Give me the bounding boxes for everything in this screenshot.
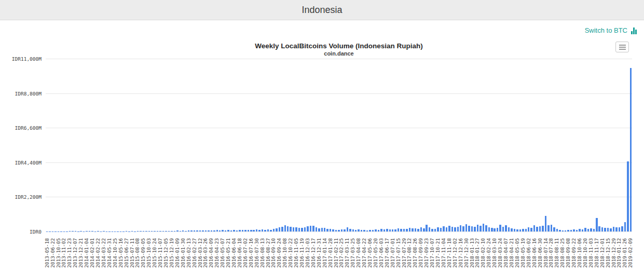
bar[interactable] (426, 225, 427, 231)
bar[interactable] (400, 229, 402, 231)
bar[interactable] (256, 229, 257, 231)
bar[interactable] (468, 226, 470, 232)
bar[interactable] (159, 231, 161, 231)
bar[interactable] (508, 227, 510, 231)
bar[interactable] (276, 228, 277, 231)
bar[interactable] (536, 227, 538, 231)
bar[interactable] (89, 231, 90, 231)
bar[interactable] (355, 230, 357, 231)
bar[interactable] (587, 229, 589, 231)
bar[interactable] (258, 230, 260, 231)
bar[interactable] (349, 229, 351, 231)
bar[interactable] (565, 230, 566, 231)
bar[interactable] (598, 226, 600, 231)
bar[interactable] (80, 231, 81, 231)
bar[interactable] (488, 227, 490, 231)
bar[interactable] (533, 225, 535, 231)
bar[interactable] (199, 230, 201, 231)
bar[interactable] (301, 228, 303, 231)
bar[interactable] (505, 225, 506, 231)
bar[interactable] (338, 230, 339, 231)
bar[interactable] (530, 228, 532, 231)
bar[interactable] (448, 226, 450, 231)
bar[interactable] (465, 224, 467, 231)
bar[interactable] (222, 230, 223, 231)
bar[interactable] (233, 230, 235, 231)
bar[interactable] (307, 226, 308, 231)
bar[interactable] (97, 231, 99, 231)
bar[interactable] (502, 227, 504, 231)
bar[interactable] (341, 229, 342, 231)
bar[interactable] (491, 228, 492, 231)
bar[interactable] (316, 227, 317, 231)
bar[interactable] (290, 227, 291, 231)
bar[interactable] (624, 222, 626, 231)
bar[interactable] (497, 228, 498, 231)
bar[interactable] (216, 230, 218, 231)
bar[interactable] (157, 231, 158, 231)
bar[interactable] (615, 227, 617, 231)
bar[interactable] (69, 231, 71, 231)
bar[interactable] (375, 229, 376, 231)
bar[interactable] (352, 229, 354, 231)
bar[interactable] (312, 226, 314, 231)
bar[interactable] (485, 225, 487, 231)
bar[interactable] (525, 229, 527, 231)
switch-to-btc-link[interactable]: Switch to BTC (585, 27, 637, 34)
bar[interactable] (273, 229, 275, 231)
bar[interactable] (613, 227, 614, 231)
bar[interactable] (190, 230, 192, 231)
bar[interactable] (324, 228, 325, 231)
bar[interactable] (579, 229, 580, 231)
bar[interactable] (284, 225, 286, 231)
bar[interactable] (522, 229, 524, 231)
bar[interactable] (211, 230, 212, 231)
bar[interactable] (604, 228, 606, 231)
bar[interactable] (86, 231, 87, 231)
bar[interactable] (140, 231, 141, 231)
bar[interactable] (270, 230, 271, 231)
bar[interactable] (630, 68, 632, 231)
bar[interactable] (446, 227, 447, 231)
bar[interactable] (434, 229, 436, 231)
bar[interactable] (372, 230, 374, 231)
bar[interactable] (298, 228, 300, 231)
bar[interactable] (347, 227, 348, 231)
bar[interactable] (621, 226, 623, 231)
bar[interactable] (321, 228, 323, 231)
bar[interactable] (607, 228, 609, 231)
bar[interactable] (264, 230, 266, 231)
bar[interactable] (462, 226, 464, 231)
bar[interactable] (417, 229, 419, 231)
bar[interactable] (601, 227, 603, 231)
bar[interactable] (281, 227, 283, 231)
bar[interactable] (389, 229, 391, 231)
bar[interactable] (332, 229, 334, 231)
bar[interactable] (310, 226, 311, 231)
bar[interactable] (474, 227, 475, 231)
bar[interactable] (590, 228, 592, 231)
bar[interactable] (443, 226, 444, 231)
bar[interactable] (610, 228, 611, 231)
bar[interactable] (483, 224, 484, 231)
bar[interactable] (429, 227, 430, 231)
bar[interactable] (403, 229, 405, 231)
bar[interactable] (420, 227, 422, 231)
bar[interactable] (174, 231, 175, 231)
bar[interactable] (584, 228, 586, 231)
bar[interactable] (182, 230, 184, 231)
bar[interactable] (451, 227, 453, 231)
bar[interactable] (162, 231, 164, 231)
bar[interactable] (519, 229, 521, 231)
bar[interactable] (366, 230, 368, 231)
bar[interactable] (143, 231, 144, 231)
bar[interactable] (440, 228, 442, 231)
bar[interactable] (202, 230, 203, 231)
bar[interactable] (570, 230, 572, 231)
bar[interactable] (165, 231, 167, 231)
bar[interactable] (369, 230, 371, 231)
bar[interactable] (437, 227, 439, 231)
bar[interactable] (392, 229, 393, 231)
bar[interactable] (539, 226, 541, 231)
bar[interactable] (154, 231, 155, 231)
